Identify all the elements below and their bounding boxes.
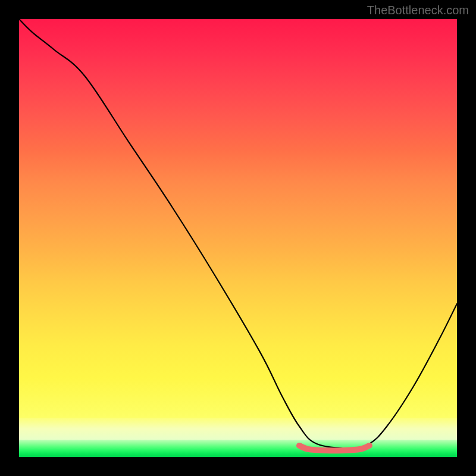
bottleneck-curve-path	[19, 19, 457, 448]
watermark-label: TheBottleneck.com	[367, 4, 469, 17]
chart-svg	[19, 19, 457, 457]
optimal-band-path	[299, 446, 369, 450]
chart-plot-area	[19, 19, 457, 457]
